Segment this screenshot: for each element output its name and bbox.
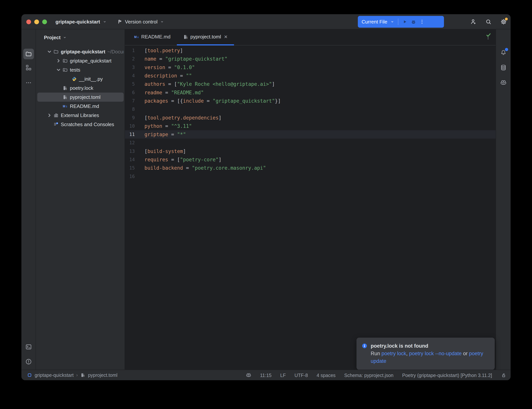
svg-text:[T]: [T]	[184, 37, 188, 39]
structure-tool-window-button[interactable]	[23, 62, 34, 73]
svg-text:M: M	[63, 105, 65, 108]
tree-item-scratches-and-consoles[interactable]: Scratches and Consoles	[37, 120, 124, 129]
folder-icon	[25, 51, 32, 57]
close-tab-button[interactable]: ✕	[224, 34, 228, 40]
problems-icon	[25, 358, 32, 365]
code-line-4[interactable]: 4description = ""	[125, 72, 496, 80]
run-button[interactable]	[402, 19, 408, 25]
status-item-2[interactable]: UTF-8	[294, 373, 308, 378]
code-text: description = ""	[145, 73, 192, 79]
tree-item-readme-md[interactable]: M↓README.md	[37, 102, 124, 111]
markdown-icon: M↓	[134, 34, 139, 40]
line-number: 7	[125, 98, 142, 103]
chevron-down-icon	[160, 19, 164, 24]
breadcrumb-file[interactable]: pyproject.toml	[88, 372, 118, 378]
code-line-14[interactable]: 14requires = ["poetry-core"]	[125, 156, 496, 164]
window-minimize-button[interactable]	[34, 19, 39, 24]
ai-copilot-status-icon[interactable]	[246, 372, 251, 378]
ai-assistant-tool-window-button[interactable]	[498, 77, 509, 88]
right-tool-window-stripe	[496, 29, 511, 370]
code-line-1[interactable]: 1[tool.poetry]	[125, 46, 496, 55]
project-panel-header[interactable]: Project	[36, 32, 67, 43]
version-control-selector[interactable]: Version control	[117, 14, 164, 29]
window-close-button[interactable]	[26, 19, 31, 24]
info-icon	[361, 343, 368, 349]
chevron-right-icon[interactable]	[55, 57, 63, 65]
inspections-ok-icon[interactable]	[486, 32, 492, 38]
tree-item-pyproject-toml[interactable]: [T]pyproject.toml	[37, 93, 124, 102]
tree-item--init-py[interactable]: __init__.py	[37, 74, 124, 84]
tree-item-path: ~/Docume	[107, 49, 124, 55]
status-item-1[interactable]: LF	[280, 373, 286, 378]
tab-label: pyproject.toml	[191, 34, 221, 40]
status-item-5[interactable]: Poetry (griptape-quickstart) [Python 3.1…	[402, 373, 492, 378]
more-icon	[25, 79, 32, 86]
tab-pyproject-toml[interactable]: [T]pyproject.toml✕	[177, 29, 234, 46]
terminal-tool-window-button[interactable]	[23, 342, 34, 352]
code-line-3[interactable]: 3version = "0.1.0"	[125, 63, 496, 72]
code-line-13[interactable]: 13[build-system]	[125, 147, 496, 156]
line-number: 9	[125, 115, 142, 121]
python-icon	[72, 76, 77, 82]
breadcrumb-root[interactable]: griptape-quickstart	[35, 372, 74, 378]
code-line-9[interactable]: 9[tool.poetry.dependencies]	[125, 113, 496, 122]
lock-open-icon[interactable]	[501, 372, 506, 378]
code-line-8[interactable]: 8	[125, 105, 496, 113]
svg-text:[T]: [T]	[64, 97, 67, 99]
project-selector[interactable]: griptape-quickstart	[55, 14, 107, 29]
code-line-5[interactable]: 5authors = ["Kyle Roche <hello@griptape.…	[125, 80, 496, 88]
tree-item-label: __init__.py	[79, 76, 103, 82]
code-text: readme = "README.md"	[145, 90, 204, 95]
search-icon	[485, 18, 492, 25]
tab-readme-md[interactable]: M↓README.md	[128, 29, 177, 46]
notifications-button[interactable]	[498, 47, 509, 58]
code-line-16[interactable]: 16	[125, 172, 496, 180]
tree-item-label: poetry.lock	[70, 85, 93, 91]
debug-button[interactable]	[411, 19, 416, 25]
window-zoom-button[interactable]	[42, 19, 47, 24]
code-line-7[interactable]: 7packages = [{include = "griptape_quicks…	[125, 97, 496, 105]
settings-button[interactable]	[499, 17, 508, 26]
notification-link[interactable]: poetry lock --no-update	[409, 351, 462, 356]
problems-tool-window-button[interactable]	[23, 356, 34, 367]
status-item-0[interactable]: 11:15	[260, 373, 272, 378]
tree-item-external-libraries[interactable]: External Libraries	[37, 111, 124, 120]
code-text: version = "0.1.0"	[145, 65, 195, 70]
chevron-right-icon[interactable]	[46, 111, 53, 119]
code-line-2[interactable]: 2name = "griptape-quickstart"	[125, 55, 496, 63]
more-actions-button[interactable]	[419, 19, 425, 25]
notification-badge	[505, 48, 508, 51]
chevron-down-icon	[390, 19, 394, 24]
line-number: 15	[125, 165, 142, 171]
tree-item-griptape-quickstart[interactable]: griptape-quickstart~/Docume	[37, 47, 124, 56]
line-number: 10	[125, 123, 142, 129]
line-number: 13	[125, 149, 142, 154]
more-tool-windows-button[interactable]	[23, 77, 34, 88]
run-configuration-widget[interactable]: Current File	[358, 16, 444, 28]
status-item-3[interactable]: 4 spaces	[317, 373, 336, 378]
line-number: 4	[125, 73, 142, 78]
chevron-down-icon[interactable]	[46, 48, 53, 56]
notification-link[interactable]: poetry lock	[382, 351, 406, 356]
tree-item-label: tests	[70, 67, 80, 73]
code-line-15[interactable]: 15build-backend = "poetry.core.masonry.a…	[125, 164, 496, 172]
code-with-me-button[interactable]	[469, 17, 478, 26]
project-tree: griptape-quickstart~/Documegriptape_quic…	[36, 47, 125, 129]
project-tool-window-button[interactable]	[23, 49, 34, 59]
code-editor[interactable]: 1[tool.poetry]2name = "griptape-quicksta…	[125, 46, 496, 370]
toml-icon: [T]	[183, 34, 188, 40]
code-line-6[interactable]: 6readme = "README.md"	[125, 88, 496, 97]
code-line-12[interactable]: 12	[125, 139, 496, 147]
chevron-down-icon[interactable]	[55, 66, 63, 74]
code-text: packages = [{include = "griptape_quickst…	[145, 98, 281, 104]
status-item-4[interactable]: Schema: pyproject.json	[344, 373, 394, 378]
code-line-11[interactable]: 11griptape = "*"	[125, 130, 496, 139]
tree-item-label: pyproject.toml	[70, 94, 101, 100]
database-tool-window-button[interactable]	[498, 62, 509, 73]
tree-item-poetry-lock[interactable]: [T]poetry.lock	[37, 84, 124, 93]
search-everywhere-button[interactable]	[484, 17, 493, 26]
pkgfolder-icon	[63, 67, 68, 73]
code-line-10[interactable]: 10python = "^3.11"	[125, 122, 496, 130]
tree-item-tests[interactable]: tests	[37, 65, 124, 74]
tree-item-griptape-quickstart[interactable]: griptape_quickstart	[37, 56, 124, 65]
